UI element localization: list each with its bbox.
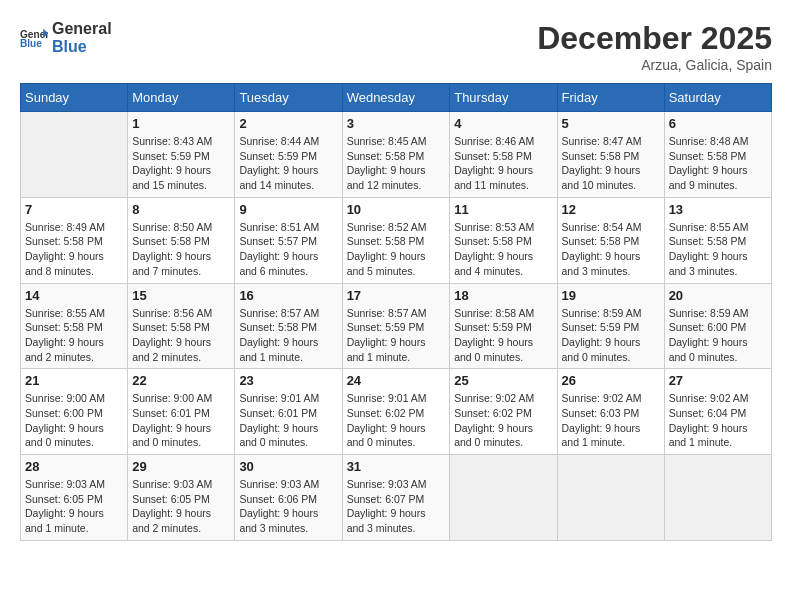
week-row-2: 7 Sunrise: 8:49 AM Sunset: 5:58 PM Dayli… [21,197,772,283]
logo: General Blue General Blue [20,20,112,55]
sunset-text: Sunset: 6:02 PM [454,407,532,419]
calendar-cell: 27 Sunrise: 9:02 AM Sunset: 6:04 PM Dayl… [664,369,771,455]
sunset-text: Sunset: 5:58 PM [454,150,532,162]
week-row-1: 1 Sunrise: 8:43 AM Sunset: 5:59 PM Dayli… [21,112,772,198]
sunset-text: Sunset: 5:58 PM [239,321,317,333]
day-info: Sunrise: 8:59 AM Sunset: 5:59 PM Dayligh… [562,306,660,365]
sunset-text: Sunset: 5:58 PM [454,235,532,247]
calendar-cell: 2 Sunrise: 8:44 AM Sunset: 5:59 PM Dayli… [235,112,342,198]
sunset-text: Sunset: 5:59 PM [347,321,425,333]
day-info: Sunrise: 8:49 AM Sunset: 5:58 PM Dayligh… [25,220,123,279]
day-number: 2 [239,116,337,131]
sunrise-text: Sunrise: 8:58 AM [454,307,534,319]
calendar-cell: 21 Sunrise: 9:00 AM Sunset: 6:00 PM Dayl… [21,369,128,455]
calendar-cell: 8 Sunrise: 8:50 AM Sunset: 5:58 PM Dayli… [128,197,235,283]
header-sunday: Sunday [21,84,128,112]
daylight-text: Daylight: 9 hours and 9 minutes. [669,164,748,191]
sunrise-text: Sunrise: 8:49 AM [25,221,105,233]
svg-text:Blue: Blue [20,38,42,49]
calendar-cell [664,455,771,541]
day-info: Sunrise: 9:00 AM Sunset: 6:01 PM Dayligh… [132,391,230,450]
sunrise-text: Sunrise: 8:59 AM [562,307,642,319]
daylight-text: Daylight: 9 hours and 4 minutes. [454,250,533,277]
calendar-cell: 29 Sunrise: 9:03 AM Sunset: 6:05 PM Dayl… [128,455,235,541]
day-info: Sunrise: 8:56 AM Sunset: 5:58 PM Dayligh… [132,306,230,365]
calendar-cell [557,455,664,541]
calendar-cell: 20 Sunrise: 8:59 AM Sunset: 6:00 PM Dayl… [664,283,771,369]
day-info: Sunrise: 8:53 AM Sunset: 5:58 PM Dayligh… [454,220,552,279]
sunset-text: Sunset: 5:57 PM [239,235,317,247]
day-number: 13 [669,202,767,217]
location-text: Arzua, Galicia, Spain [537,57,772,73]
daylight-text: Daylight: 9 hours and 12 minutes. [347,164,426,191]
calendar-header-row: SundayMondayTuesdayWednesdayThursdayFrid… [21,84,772,112]
day-number: 12 [562,202,660,217]
header-thursday: Thursday [450,84,557,112]
sunset-text: Sunset: 5:58 PM [669,150,747,162]
day-info: Sunrise: 9:03 AM Sunset: 6:06 PM Dayligh… [239,477,337,536]
sunset-text: Sunset: 6:05 PM [25,493,103,505]
daylight-text: Daylight: 9 hours and 1 minute. [669,422,748,449]
header-friday: Friday [557,84,664,112]
sunset-text: Sunset: 5:58 PM [669,235,747,247]
day-info: Sunrise: 9:02 AM Sunset: 6:04 PM Dayligh… [669,391,767,450]
day-info: Sunrise: 8:44 AM Sunset: 5:59 PM Dayligh… [239,134,337,193]
daylight-text: Daylight: 9 hours and 2 minutes. [132,336,211,363]
day-number: 11 [454,202,552,217]
calendar-cell: 31 Sunrise: 9:03 AM Sunset: 6:07 PM Dayl… [342,455,450,541]
day-number: 6 [669,116,767,131]
sunset-text: Sunset: 6:02 PM [347,407,425,419]
day-number: 30 [239,459,337,474]
day-info: Sunrise: 8:43 AM Sunset: 5:59 PM Dayligh… [132,134,230,193]
header-saturday: Saturday [664,84,771,112]
calendar-cell: 19 Sunrise: 8:59 AM Sunset: 5:59 PM Dayl… [557,283,664,369]
day-info: Sunrise: 9:00 AM Sunset: 6:00 PM Dayligh… [25,391,123,450]
daylight-text: Daylight: 9 hours and 11 minutes. [454,164,533,191]
daylight-text: Daylight: 9 hours and 14 minutes. [239,164,318,191]
day-number: 16 [239,288,337,303]
sunset-text: Sunset: 5:59 PM [454,321,532,333]
daylight-text: Daylight: 9 hours and 3 minutes. [562,250,641,277]
sunrise-text: Sunrise: 8:45 AM [347,135,427,147]
daylight-text: Daylight: 9 hours and 3 minutes. [669,250,748,277]
day-number: 14 [25,288,123,303]
day-info: Sunrise: 8:50 AM Sunset: 5:58 PM Dayligh… [132,220,230,279]
logo-general-text: General [52,20,112,38]
day-info: Sunrise: 8:54 AM Sunset: 5:58 PM Dayligh… [562,220,660,279]
daylight-text: Daylight: 9 hours and 0 minutes. [562,336,641,363]
sunset-text: Sunset: 6:05 PM [132,493,210,505]
day-info: Sunrise: 9:02 AM Sunset: 6:02 PM Dayligh… [454,391,552,450]
calendar-cell: 24 Sunrise: 9:01 AM Sunset: 6:02 PM Dayl… [342,369,450,455]
calendar-cell [450,455,557,541]
sunset-text: Sunset: 6:00 PM [669,321,747,333]
generalblue-logo-icon: General Blue [20,27,48,49]
calendar-cell: 4 Sunrise: 8:46 AM Sunset: 5:58 PM Dayli… [450,112,557,198]
calendar-cell: 9 Sunrise: 8:51 AM Sunset: 5:57 PM Dayli… [235,197,342,283]
sunset-text: Sunset: 5:59 PM [562,321,640,333]
daylight-text: Daylight: 9 hours and 5 minutes. [347,250,426,277]
week-row-4: 21 Sunrise: 9:00 AM Sunset: 6:00 PM Dayl… [21,369,772,455]
daylight-text: Daylight: 9 hours and 0 minutes. [454,422,533,449]
sunrise-text: Sunrise: 8:55 AM [25,307,105,319]
calendar-cell: 28 Sunrise: 9:03 AM Sunset: 6:05 PM Dayl… [21,455,128,541]
calendar-cell: 16 Sunrise: 8:57 AM Sunset: 5:58 PM Dayl… [235,283,342,369]
sunrise-text: Sunrise: 9:00 AM [25,392,105,404]
daylight-text: Daylight: 9 hours and 15 minutes. [132,164,211,191]
sunset-text: Sunset: 5:59 PM [132,150,210,162]
calendar-cell: 13 Sunrise: 8:55 AM Sunset: 5:58 PM Dayl… [664,197,771,283]
sunrise-text: Sunrise: 9:03 AM [239,478,319,490]
calendar-cell: 18 Sunrise: 8:58 AM Sunset: 5:59 PM Dayl… [450,283,557,369]
calendar-cell: 5 Sunrise: 8:47 AM Sunset: 5:58 PM Dayli… [557,112,664,198]
day-number: 1 [132,116,230,131]
sunset-text: Sunset: 6:00 PM [25,407,103,419]
day-number: 18 [454,288,552,303]
day-info: Sunrise: 9:03 AM Sunset: 6:05 PM Dayligh… [132,477,230,536]
sunset-text: Sunset: 5:58 PM [347,150,425,162]
sunset-text: Sunset: 5:58 PM [347,235,425,247]
sunset-text: Sunset: 5:58 PM [25,321,103,333]
day-number: 28 [25,459,123,474]
header-tuesday: Tuesday [235,84,342,112]
day-number: 5 [562,116,660,131]
daylight-text: Daylight: 9 hours and 6 minutes. [239,250,318,277]
sunrise-text: Sunrise: 9:03 AM [25,478,105,490]
